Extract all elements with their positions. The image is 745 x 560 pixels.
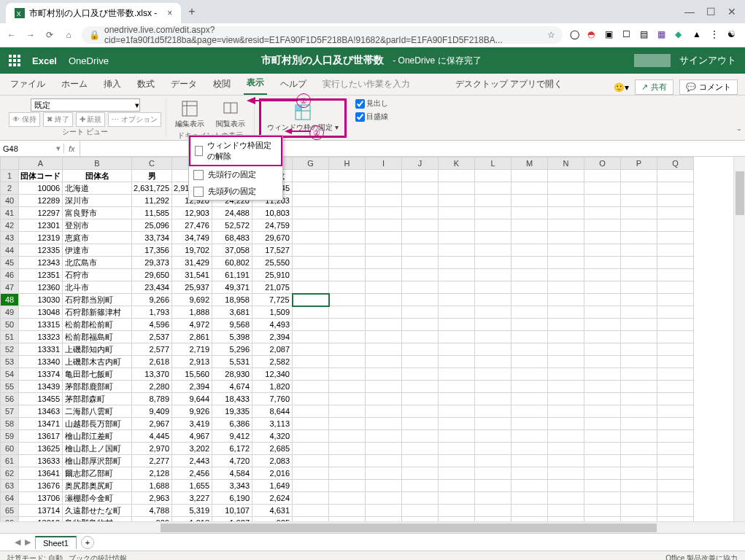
cell[interactable]	[439, 455, 475, 467]
cell[interactable]: 25,910	[252, 269, 293, 281]
cell[interactable]	[584, 343, 621, 356]
cell[interactable]	[439, 405, 475, 418]
cell[interactable]	[439, 381, 475, 393]
cell[interactable]: 13340	[19, 356, 63, 368]
cell[interactable]: 12297	[19, 207, 63, 219]
cell[interactable]: 9,409	[132, 405, 172, 418]
row-header[interactable]: 41	[1, 207, 19, 219]
cell[interactable]	[293, 393, 329, 405]
cell[interactable]	[584, 269, 621, 281]
cell[interactable]: 11,292	[132, 195, 172, 207]
cell[interactable]	[621, 517, 657, 522]
cell[interactable]	[512, 381, 548, 393]
cell[interactable]	[621, 467, 657, 480]
cell[interactable]: 3,113	[252, 418, 293, 430]
cell[interactable]	[548, 467, 584, 480]
row-header[interactable]: 58	[1, 418, 19, 430]
cell[interactable]	[548, 381, 584, 393]
cell[interactable]	[475, 430, 512, 443]
cell[interactable]	[293, 257, 329, 269]
cell[interactable]	[329, 257, 366, 269]
cell[interactable]: 1,649	[252, 480, 293, 492]
cell[interactable]	[621, 182, 657, 195]
cell[interactable]	[293, 319, 329, 331]
cell[interactable]: 60,802	[212, 257, 252, 269]
col-header[interactable]: M	[512, 158, 548, 170]
cell[interactable]	[439, 281, 475, 294]
cell[interactable]	[475, 368, 512, 381]
cell[interactable]: 瀬棚郡今金町	[63, 492, 132, 505]
cell[interactable]	[584, 319, 621, 331]
tell-me-search[interactable]: 実行したい作業を入力	[320, 74, 413, 95]
cell[interactable]	[475, 306, 512, 319]
cell[interactable]	[584, 207, 621, 219]
cell[interactable]	[402, 492, 439, 505]
cell[interactable]: 24,759	[252, 219, 293, 232]
tab-insert[interactable]: 挿入	[101, 74, 124, 95]
cell[interactable]	[512, 505, 548, 517]
cell[interactable]: 49,371	[212, 281, 252, 294]
cell[interactable]	[439, 195, 475, 207]
cell[interactable]	[402, 294, 439, 306]
cell[interactable]: 松前郡福島町	[63, 331, 132, 343]
cell[interactable]: 13439	[19, 381, 63, 393]
col-header[interactable]: A	[19, 158, 63, 170]
cell[interactable]	[293, 306, 329, 319]
cell[interactable]	[402, 244, 439, 257]
cell[interactable]	[657, 182, 694, 195]
cell[interactable]	[621, 505, 657, 517]
cell[interactable]: 29,670	[252, 232, 293, 244]
cell[interactable]: 25,096	[132, 219, 172, 232]
cell[interactable]	[657, 294, 694, 306]
cell[interactable]: 8,789	[132, 393, 172, 405]
cell[interactable]: 2,280	[132, 381, 172, 393]
cell[interactable]	[475, 319, 512, 331]
cell[interactable]	[366, 331, 402, 343]
ext-icon[interactable]: ▦	[657, 29, 669, 41]
cell[interactable]	[512, 219, 548, 232]
cell[interactable]: 13617	[19, 430, 63, 443]
cell[interactable]: 12301	[19, 219, 63, 232]
cell[interactable]	[366, 343, 402, 356]
cell[interactable]	[402, 356, 439, 368]
cell[interactable]	[657, 257, 694, 269]
cell[interactable]: 2,631,725	[132, 182, 172, 195]
forward-icon[interactable]: →	[25, 29, 36, 41]
cell[interactable]	[657, 269, 694, 281]
cell[interactable]	[512, 443, 548, 455]
cell[interactable]	[584, 195, 621, 207]
name-box[interactable]: G48▾	[0, 144, 64, 153]
cell[interactable]: 17,356	[132, 244, 172, 257]
cell[interactable]	[512, 182, 548, 195]
cell[interactable]	[584, 405, 621, 418]
cell[interactable]: 1,655	[172, 480, 212, 492]
cell[interactable]: 29,373	[132, 257, 172, 269]
tab-formulas[interactable]: 数式	[134, 74, 158, 95]
cell[interactable]: 2,577	[132, 343, 172, 356]
cell[interactable]: 27,476	[172, 219, 212, 232]
cell[interactable]	[548, 418, 584, 430]
cell[interactable]: 8,644	[252, 405, 293, 418]
cell[interactable]: 7,725	[252, 294, 293, 306]
maximize-icon[interactable]: ☐	[706, 6, 716, 18]
cell[interactable]	[366, 182, 402, 195]
ext-icon[interactable]: ▣	[605, 29, 617, 41]
exit-button[interactable]: ✖ 終了	[43, 112, 73, 127]
cell[interactable]	[475, 182, 512, 195]
cell[interactable]	[657, 219, 694, 232]
cell[interactable]	[366, 455, 402, 467]
cell[interactable]: 1,688	[132, 480, 172, 492]
cell[interactable]: 13010	[19, 517, 63, 522]
cell[interactable]: 茅部郡鹿部町	[63, 381, 132, 393]
cell[interactable]	[512, 244, 548, 257]
cell[interactable]	[657, 467, 694, 480]
cell[interactable]	[584, 331, 621, 343]
cell[interactable]: 19,335	[212, 405, 252, 418]
cell[interactable]: 29,650	[132, 269, 172, 281]
row-header[interactable]: 56	[1, 393, 19, 405]
cell[interactable]	[548, 356, 584, 368]
cell[interactable]: 2,913	[172, 356, 212, 368]
cell[interactable]	[439, 244, 475, 257]
cell[interactable]	[475, 281, 512, 294]
cell[interactable]: 2,537	[132, 331, 172, 343]
